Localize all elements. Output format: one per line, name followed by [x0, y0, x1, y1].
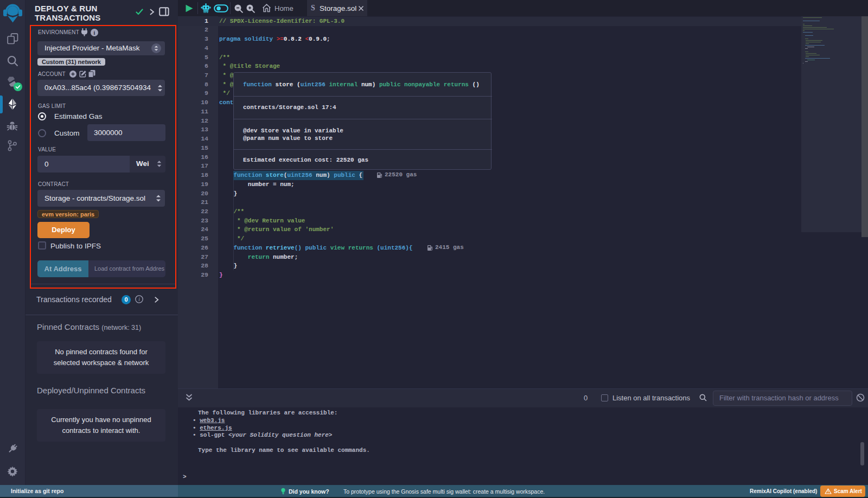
svg-text:i: i: [138, 297, 140, 302]
